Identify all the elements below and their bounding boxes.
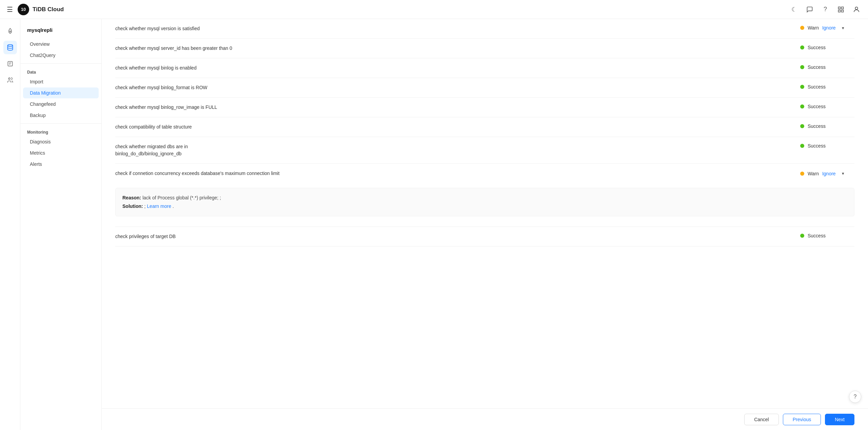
check-status-migrated-dbs: Success (800, 143, 854, 149)
sidebar-item-overview[interactable]: Overview (23, 39, 99, 50)
status-label-server-id: Success (808, 45, 826, 50)
sidebar-section-monitoring: Monitoring (20, 126, 101, 136)
status-label-table-structure: Success (808, 123, 826, 129)
sidebar-item-alerts[interactable]: Alerts (23, 159, 99, 170)
status-dot-server-id (800, 45, 804, 50)
sidebar-item-changefeed[interactable]: Changefeed (23, 99, 99, 110)
svg-rect-3 (842, 10, 844, 12)
check-row-binlog-enabled: check whether mysql binlog is enabled Su… (115, 58, 854, 78)
status-dot-migrated-dbs (800, 144, 804, 148)
check-desc-binlog-format: check whether mysql binlog_format is ROW (115, 84, 793, 91)
check-status-table-structure: Success (800, 123, 854, 129)
status-dot-target-db (800, 234, 804, 238)
detail-box-connection-limit: Reason: lack of Process global (*.*) pri… (115, 188, 854, 216)
status-dot-binlog-enabled (800, 65, 804, 69)
svg-point-5 (9, 31, 11, 32)
check-row-target-db: check privileges of target DB Success (115, 227, 854, 247)
rail-database-icon[interactable] (3, 41, 17, 54)
cancel-button[interactable]: Cancel (744, 414, 779, 425)
check-desc-binlog-enabled: check whether mysql binlog is enabled (115, 64, 793, 72)
solution-prefix: ; (144, 203, 146, 209)
status-dot-connection-limit (800, 172, 804, 176)
sidebar-item-backup[interactable]: Backup (23, 110, 99, 121)
rail-users-icon[interactable] (3, 73, 17, 87)
check-status-binlog-format: Success (800, 84, 854, 90)
topbar: ☰ 10 TiDB Cloud ☾ ? (0, 0, 868, 19)
user-avatar-icon[interactable] (852, 5, 861, 14)
chevron-connection-limit[interactable]: ▾ (842, 171, 844, 176)
check-status-binlog-enabled: Success (800, 64, 854, 70)
detail-reason-line: Reason: lack of Process global (*.*) pri… (122, 194, 847, 202)
svg-rect-2 (839, 10, 841, 12)
ignore-link-connection-limit[interactable]: Ignore (822, 171, 836, 176)
svg-rect-1 (842, 7, 844, 9)
next-button[interactable]: Next (825, 414, 854, 425)
topbar-icons: ☾ ? (789, 5, 861, 14)
check-desc-mysql-version: check whether mysql version is satisfied (115, 25, 793, 32)
check-desc-table-structure: check compatibility of table structure (115, 123, 793, 131)
check-row-mysql-version: check whether mysql version is satisfied… (115, 19, 854, 39)
dashboard-icon[interactable] (836, 5, 846, 14)
check-list: check whether mysql version is satisfied… (115, 19, 854, 247)
svg-rect-0 (839, 7, 841, 9)
sidebar-project-name: mysqlrepli (20, 24, 101, 38)
check-row-binlog-row-image: check whether mysql binlog_row_image is … (115, 98, 854, 117)
status-label-binlog-row-image: Success (808, 104, 826, 109)
check-row-server-id: check whether mysql server_id has been g… (115, 39, 854, 58)
status-dot-table-structure (800, 124, 804, 128)
check-status-binlog-row-image: Success (800, 104, 854, 109)
sidebar: mysqlrepli Overview Chat2Query Data Impo… (20, 19, 102, 430)
check-desc-target-db: check privileges of target DB (115, 233, 793, 240)
check-status-server-id: Success (800, 45, 854, 50)
sidebar-item-diagnosis[interactable]: Diagnosis (23, 136, 99, 147)
status-dot-binlog-format (800, 85, 804, 89)
learn-more-link[interactable]: Learn more (147, 203, 171, 209)
sidebar-section-data: Data (20, 66, 101, 76)
question-icon[interactable]: ? (821, 5, 830, 14)
reason-label: Reason: (122, 195, 141, 200)
status-label-binlog-enabled: Success (808, 64, 826, 70)
chevron-mysql-version[interactable]: ▾ (842, 25, 844, 31)
brand: 10 TiDB Cloud (18, 4, 64, 15)
check-desc-migrated-dbs: check whether migrated dbs are inbinlog_… (115, 143, 793, 157)
brand-logo: 10 (18, 4, 29, 15)
menu-icon[interactable]: ☰ (7, 5, 13, 14)
status-label-target-db: Success (808, 233, 826, 238)
sidebar-item-metrics[interactable]: Metrics (23, 148, 99, 158)
check-row-migrated-dbs: check whether migrated dbs are inbinlog_… (115, 137, 854, 164)
sidebar-divider-data (20, 63, 101, 64)
rail-query-icon[interactable] (3, 57, 17, 71)
status-label-mysql-version: Warn (808, 25, 819, 31)
status-label-binlog-format: Success (808, 84, 826, 90)
check-status-target-db: Success (800, 233, 854, 238)
main-content: check whether mysql version is satisfied… (102, 19, 868, 430)
sidebar-item-data-migration[interactable]: Data Migration (23, 87, 99, 98)
brand-name: TiDB Cloud (33, 6, 64, 13)
chat-icon[interactable] (805, 5, 814, 14)
sidebar-item-import[interactable]: Import (23, 76, 99, 87)
sidebar-divider-monitoring (20, 123, 101, 124)
solution-suffix: . (173, 203, 174, 209)
check-desc-binlog-row-image: check whether mysql binlog_row_image is … (115, 104, 793, 111)
footer-bar: Cancel Previous Next (102, 408, 868, 430)
solution-label: Solution: (122, 203, 143, 209)
reason-text: lack of Process global (*.*) privilege; … (142, 195, 221, 200)
rail-rocket-icon[interactable] (3, 24, 17, 38)
ignore-link-mysql-version[interactable]: Ignore (822, 25, 836, 31)
previous-button[interactable]: Previous (783, 414, 821, 425)
check-status-connection-limit: Warn Ignore ▾ (800, 171, 854, 176)
check-status-mysql-version: Warn Ignore ▾ (800, 25, 854, 31)
moon-icon[interactable]: ☾ (789, 5, 799, 14)
help-bubble-button[interactable]: ? (849, 391, 861, 403)
icon-rail (0, 19, 20, 430)
sidebar-item-chat2query[interactable]: Chat2Query (23, 50, 99, 61)
check-row-connection-limit: check if connetion concurrency exceeds d… (115, 164, 854, 227)
svg-point-8 (8, 78, 10, 79)
check-row-table-structure: check compatibility of table structure S… (115, 117, 854, 137)
check-row-binlog-format: check whether mysql binlog_format is ROW… (115, 78, 854, 98)
status-label-connection-limit: Warn (808, 171, 819, 176)
status-dot-binlog-row-image (800, 104, 804, 109)
check-desc-connection-limit: check if connetion concurrency exceeds d… (115, 170, 793, 177)
check-desc-server-id: check whether mysql server_id has been g… (115, 45, 793, 52)
svg-point-4 (855, 7, 857, 9)
